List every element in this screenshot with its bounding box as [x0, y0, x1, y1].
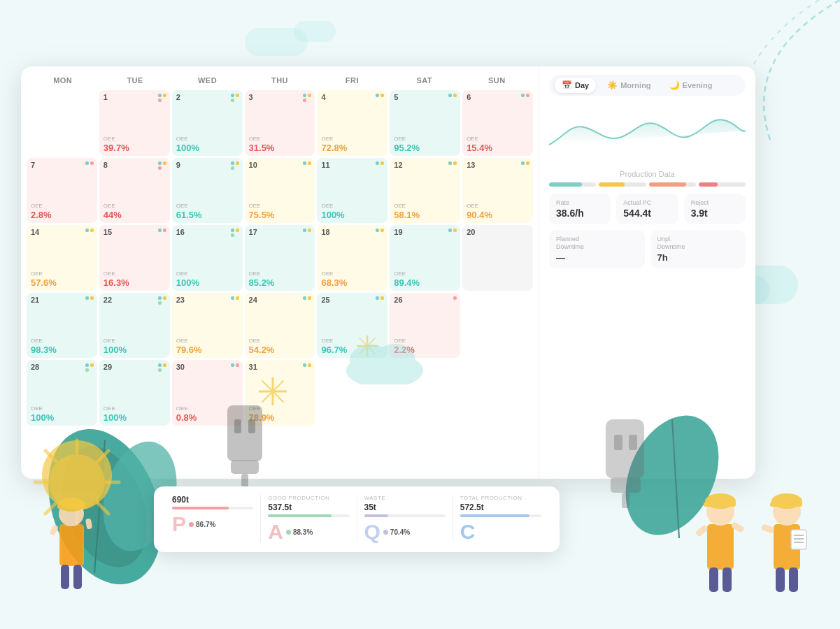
cal-header-tue: TUE: [99, 73, 171, 87]
svg-rect-19: [73, 565, 82, 589]
table-row[interactable]: 7 OEE 2.8%: [27, 158, 97, 224]
stats-grid: Rate 38.6/h Actual PC 544.4t Reject 3.9t: [549, 194, 746, 224]
table-row[interactable]: 14 OEE 57.6%: [27, 225, 97, 291]
svg-rect-44: [606, 419, 644, 479]
paqc-a-dot-label: 88.3%: [286, 528, 313, 536]
table-row[interactable]: 6 OEE 15.4%: [462, 90, 533, 156]
tab-day[interactable]: 📅 Day: [555, 78, 596, 93]
table-row[interactable]: 10 OEE 75.5%: [245, 158, 315, 224]
worker-left-1: [45, 482, 101, 594]
progress-bar-1: [549, 182, 596, 187]
progress-bar-2: [599, 182, 646, 187]
svg-rect-46: [629, 435, 637, 450]
table-row[interactable]: 5 OEE 95.2%: [390, 90, 460, 156]
table-row[interactable]: 2 OEE 100%: [172, 90, 243, 156]
tab-morning-label: Morning: [620, 81, 650, 89]
stat-planned-label: PlannedDowntime: [556, 236, 638, 251]
svg-rect-31: [770, 502, 802, 507]
table-row[interactable]: 11 OEE 100%: [317, 158, 387, 224]
table-row[interactable]: 3 OEE 31.5%: [245, 90, 315, 156]
stats-grid-2: PlannedDowntime — Unpl.Downtime 7h: [549, 230, 746, 268]
cal-header-sat: SAT: [388, 73, 460, 87]
paqc-a-value: 537.5t: [268, 503, 349, 512]
table-row[interactable]: 24 OEE 54.2%: [245, 293, 315, 359]
svg-rect-27: [722, 567, 732, 592]
cal-header-thu: THU: [243, 73, 315, 87]
stat-reject: Reject 3.9t: [684, 194, 746, 224]
paqc-c-micro: TOTAL PRODUCTION: [460, 495, 541, 501]
table-row[interactable]: 1 OEE 39.7%: [99, 90, 170, 156]
table-row[interactable]: 12 OEE 58.1%: [390, 158, 460, 224]
worker-right-2: [756, 475, 819, 594]
svg-rect-40: [234, 419, 241, 433]
stat-rate: Rate 38.6/h: [549, 194, 611, 224]
morning-icon: ☀️: [607, 80, 618, 90]
tab-morning[interactable]: ☀️ Morning: [600, 78, 657, 93]
table-row: [462, 360, 533, 426]
svg-rect-23: [704, 502, 736, 507]
cloud-top-2: [294, 21, 336, 42]
table-row[interactable]: 4 OEE 72.8%: [317, 90, 387, 156]
stat-planned-downtime: PlannedDowntime —: [549, 230, 645, 268]
table-row[interactable]: 16 OEE 100%: [172, 225, 243, 291]
table-row[interactable]: 28 OEE 100%: [27, 360, 97, 426]
svg-rect-39: [227, 405, 262, 461]
svg-rect-37: [776, 567, 785, 592]
progress-bar-4: [699, 182, 746, 187]
stat-actual-value: 544.4t: [623, 208, 671, 219]
calendar-header: MON TUE WED THU FRI SAT SUN: [27, 73, 533, 87]
svg-rect-15: [57, 505, 85, 509]
cal-header-wed: WED: [171, 73, 243, 87]
paqc-c-section: TOTAL PRODUCTION 572.5t C: [453, 495, 548, 542]
paqc-a-section: GOOD PRODUCTION 537.5t A 88.3%: [261, 495, 357, 542]
paqc-q-dot-label: 70.4%: [383, 528, 410, 536]
svg-rect-20: [707, 524, 734, 570]
paqc-p-dot-label: 86.7%: [189, 521, 215, 528]
table-row[interactable]: 17 OEE 85.2%: [245, 225, 315, 291]
spark-1: [259, 377, 287, 405]
stat-unplanned-downtime: Unpl.Downtime 7h: [650, 230, 746, 268]
production-chart: [549, 103, 746, 166]
stat-reject-value: 3.9t: [691, 208, 739, 219]
tab-evening[interactable]: 🌙 Evening: [662, 78, 720, 93]
paqc-strip: 690t P 86.7% GOOD PRODUCTION 537.5t A 88…: [154, 486, 560, 552]
stat-actual-pc: Actual PC 544.4t: [616, 194, 678, 224]
table-row[interactable]: 8 OEE 44%: [99, 158, 170, 224]
table-row[interactable]: 21 OEE 98.3%: [27, 293, 97, 359]
svg-rect-48: [622, 493, 629, 508]
cal-header-fri: FRI: [316, 73, 388, 87]
stat-actual-label: Actual PC: [623, 199, 671, 206]
svg-rect-47: [611, 477, 641, 493]
table-row[interactable]: 29 OEE 100%: [99, 360, 170, 426]
stat-unplanned-label: Unpl.Downtime: [657, 236, 739, 251]
paqc-c-value: 572.5t: [460, 503, 541, 512]
table-row[interactable]: 18 OEE 68.3%: [317, 225, 387, 291]
stat-unplanned-value: 7h: [657, 252, 739, 263]
svg-rect-12: [61, 526, 83, 565]
svg-rect-24: [695, 524, 709, 537]
table-row[interactable]: 23 OEE 79.6%: [172, 293, 243, 359]
table-row[interactable]: 15 OEE 16.3%: [99, 225, 170, 291]
stat-rate-value: 38.6/h: [556, 208, 604, 219]
view-tabs: 📅 Day ☀️ Morning 🌙 Evening: [549, 75, 746, 96]
svg-rect-38: [789, 567, 798, 592]
paqc-a-micro: GOOD PRODUCTION: [268, 495, 349, 501]
table-row: [27, 90, 97, 156]
stat-rate-label: Rate: [556, 199, 604, 206]
table-row[interactable]: 13 OEE 90.4%: [462, 158, 533, 224]
paqc-p-section: 690t P 86.7%: [165, 495, 261, 542]
cal-header-mon: MON: [27, 73, 99, 87]
paqc-c-letter: C: [460, 521, 476, 542]
stat-planned-value: —: [556, 252, 638, 263]
table-row[interactable]: 9 OEE 61.5%: [172, 158, 243, 224]
svg-rect-32: [791, 530, 806, 549]
svg-rect-17: [85, 518, 92, 529]
svg-point-59: [376, 344, 415, 372]
cal-header-sun: SUN: [461, 73, 533, 87]
table-row[interactable]: 22 OEE 100%: [99, 293, 170, 359]
table-row: 20: [462, 225, 533, 291]
progress-bars: [549, 182, 746, 187]
paqc-p-value: 690t: [172, 495, 253, 505]
svg-rect-43: [241, 474, 248, 488]
table-row[interactable]: 19 OEE 89.4%: [390, 225, 460, 291]
